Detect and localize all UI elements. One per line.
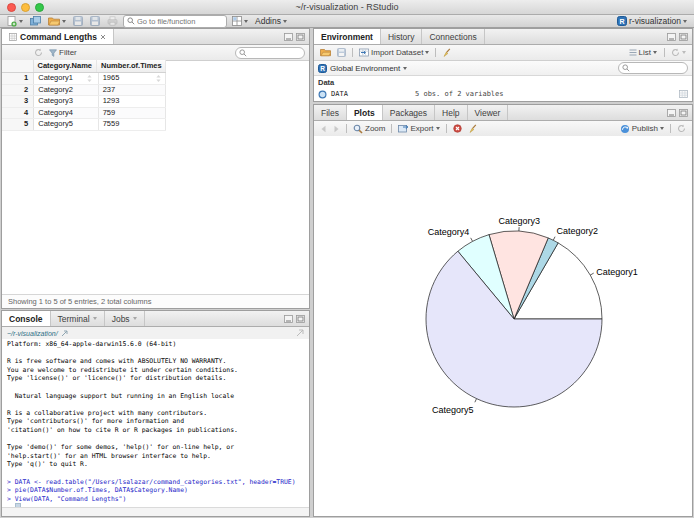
- column-header-number-of-times[interactable]: Number.of.Times: [97, 60, 166, 72]
- addins-button[interactable]: Addins: [253, 15, 289, 27]
- save-workspace-button[interactable]: [335, 47, 348, 59]
- tab-files[interactable]: Files: [314, 105, 347, 120]
- object-summary: 5 obs. of 2 variables: [415, 90, 504, 98]
- new-file-icon: [7, 16, 17, 27]
- environment-search-box[interactable]: [618, 62, 688, 74]
- tab-plots[interactable]: Plots: [347, 105, 383, 120]
- console-line: [7, 469, 309, 478]
- pie-label: Category4: [428, 227, 470, 237]
- previous-plot-button[interactable]: [318, 123, 329, 135]
- table-cell: 1293: [99, 96, 166, 107]
- save-all-button[interactable]: [88, 15, 102, 27]
- console-horizontal-scrollbar[interactable]: [2, 507, 309, 516]
- list-view-button[interactable]: List: [626, 48, 660, 58]
- plots-pane: Files Plots Packages Help Viewer Zoom: [313, 104, 693, 517]
- clear-environment-button[interactable]: [440, 47, 453, 59]
- save-button[interactable]: [71, 15, 85, 27]
- chevron-down-icon: [93, 317, 97, 320]
- export-label: Export: [410, 124, 433, 133]
- maximize-pane-icon[interactable]: [296, 33, 305, 41]
- data-viewer-status: Showing 1 to 5 of 5 entries, 2 total col…: [2, 294, 309, 308]
- project-menu-button[interactable]: R r-visualization: [615, 15, 689, 27]
- goto-file-function-input[interactable]: [137, 17, 223, 26]
- load-workspace-button[interactable]: [318, 47, 333, 59]
- console-line: > pie(DATA$Number.of.Times, DATA$Categor…: [7, 486, 309, 495]
- maximize-pane-icon[interactable]: [679, 109, 688, 117]
- tab-command-lengths[interactable]: Command Lengths: [2, 29, 114, 44]
- tab-viewer[interactable]: Viewer: [468, 105, 509, 120]
- tab-connections[interactable]: Connections: [422, 29, 484, 44]
- open-file-button[interactable]: [46, 15, 68, 27]
- title-bar: ~/r-visualization - RStudio: [0, 0, 694, 15]
- search-icon: [127, 17, 135, 25]
- chevron-down-icon: [62, 20, 66, 23]
- console-line: R is free software and comes with ABSOLU…: [7, 357, 309, 366]
- row-number-header[interactable]: [2, 60, 34, 72]
- panes-layout-button[interactable]: [230, 15, 250, 27]
- publish-icon: [620, 124, 630, 134]
- filter-button[interactable]: Filter: [47, 47, 79, 59]
- table-row[interactable]: 3Category31293: [2, 96, 166, 108]
- maximize-pane-icon[interactable]: [679, 33, 688, 41]
- chevron-down-icon: [660, 127, 664, 130]
- environment-search-input[interactable]: [632, 64, 684, 72]
- chevron-down-icon: [403, 67, 407, 70]
- minimize-pane-icon[interactable]: [667, 33, 676, 41]
- environment-object-row[interactable]: DATA 5 obs. of 2 variables: [314, 88, 692, 100]
- tab-history[interactable]: History: [381, 29, 422, 44]
- sort-icon: [87, 75, 92, 82]
- minimize-pane-icon[interactable]: [667, 109, 676, 117]
- publish-label: Publish: [632, 124, 658, 133]
- tab-help[interactable]: Help: [435, 105, 467, 120]
- refresh-plot-button[interactable]: [675, 123, 688, 135]
- close-icon[interactable]: [100, 34, 106, 40]
- tab-jobs[interactable]: Jobs: [105, 311, 145, 326]
- table-row[interactable]: 4Category4759: [2, 108, 166, 120]
- tab-packages[interactable]: Packages: [383, 105, 435, 120]
- view-data-grid-icon[interactable]: [679, 90, 688, 98]
- tab-console[interactable]: Console: [2, 311, 51, 326]
- minimize-pane-icon[interactable]: [284, 315, 293, 323]
- zoom-plot-button[interactable]: Zoom: [351, 123, 387, 135]
- new-project-button[interactable]: [28, 15, 43, 27]
- data-viewer-search-box[interactable]: [235, 47, 305, 59]
- table-row[interactable]: 5Category57559: [2, 119, 166, 131]
- tab-terminal[interactable]: Terminal: [51, 311, 105, 326]
- broom-icon: [468, 124, 477, 133]
- refresh-icon: [677, 124, 686, 133]
- back-arrow-icon: [320, 125, 327, 133]
- next-plot-button[interactable]: [331, 123, 342, 135]
- table-row[interactable]: 1Category11965: [2, 73, 166, 85]
- console-tabstrip: Console Terminal Jobs: [2, 311, 309, 327]
- scope-selector[interactable]: Global Environment: [330, 64, 400, 73]
- table-cell: 5: [2, 119, 34, 130]
- goto-working-dir-icon[interactable]: [61, 330, 68, 337]
- table-row[interactable]: 2Category2237: [2, 85, 166, 97]
- print-button[interactable]: [105, 15, 120, 27]
- data-viewer-search-input[interactable]: [249, 49, 301, 57]
- environment-tabstrip: Environment History Connections: [314, 29, 692, 45]
- console-output[interactable]: Platform: x86_64-apple-darwin15.6.0 (64-…: [2, 339, 309, 508]
- tab-environment[interactable]: Environment: [314, 29, 381, 44]
- pie-label-tick: [553, 237, 555, 241]
- remove-plot-button[interactable]: [451, 123, 464, 135]
- environment-pane: Environment History Connections Import D…: [313, 28, 693, 102]
- column-header-category-name[interactable]: Category.Name: [34, 60, 97, 72]
- console-popout-icon[interactable]: [296, 329, 304, 337]
- refresh-environment-button[interactable]: [669, 47, 688, 59]
- minimize-pane-icon[interactable]: [284, 33, 293, 41]
- export-plot-button[interactable]: Export: [396, 123, 441, 135]
- refresh-data-button[interactable]: [32, 47, 45, 59]
- import-dataset-button[interactable]: Import Dataset: [357, 47, 431, 59]
- publish-button[interactable]: Publish: [618, 123, 666, 135]
- goto-file-function-box[interactable]: [123, 15, 227, 28]
- refresh-icon: [34, 48, 43, 57]
- console-pane: Console Terminal Jobs ~/r-visualization/…: [1, 310, 310, 517]
- new-file-button[interactable]: [5, 15, 25, 27]
- table-cell: 2: [2, 85, 34, 96]
- data-grid-icon: [9, 33, 17, 41]
- clear-all-plots-button[interactable]: [466, 123, 479, 135]
- console-line: 'citation()' on how to cite R or R packa…: [7, 426, 309, 435]
- maximize-pane-icon[interactable]: [296, 315, 305, 323]
- r-environment-icon: R: [318, 64, 327, 73]
